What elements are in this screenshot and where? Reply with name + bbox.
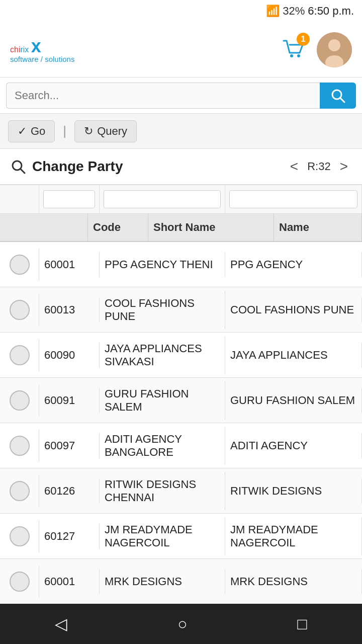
- header-right: 1: [281, 32, 352, 67]
- th-shortname: Short Name: [148, 214, 274, 241]
- filter-row: [0, 185, 362, 214]
- change-party-header: Change Party < R:32 >: [0, 149, 362, 185]
- td-shortname-2: JAYA APPLIANCES SIVAKASI: [100, 336, 225, 374]
- refresh-icon: ↻: [84, 125, 93, 138]
- table-row[interactable]: 60091 GURU FASHION SALEM GURU FASHION SA…: [0, 378, 362, 423]
- td-radio-5[interactable]: [0, 475, 39, 507]
- logo-chi: chi: [10, 45, 20, 54]
- td-shortname-6: JM READYMADE NAGERCOIL: [100, 517, 225, 555]
- radio-circle-0: [10, 255, 30, 275]
- change-party-title: Change Party: [32, 158, 123, 175]
- svg-line-6: [340, 98, 344, 102]
- search-icon: [330, 88, 346, 104]
- logo-rix: rix: [20, 45, 29, 54]
- table-row[interactable]: 60001 PPG AGENCY THENI PPG AGENCY: [0, 242, 362, 287]
- td-shortname-0: PPG AGENCY THENI: [100, 252, 225, 277]
- radio-circle-4: [10, 436, 30, 456]
- filter-name-input[interactable]: [229, 190, 357, 208]
- filter-shortname-cell: [100, 185, 225, 213]
- cart-container[interactable]: 1: [281, 36, 307, 64]
- logo-subtitle: software / solutions: [10, 55, 74, 63]
- status-bar: 📶 32% 6:50 p.m.: [0, 0, 362, 22]
- table-row[interactable]: 60126 RITWIK DESIGNS CHENNAI RITWIK DESI…: [0, 468, 362, 514]
- toolbar-divider: |: [63, 123, 66, 139]
- th-code: Code: [88, 214, 148, 241]
- radio-circle-1: [10, 300, 30, 320]
- battery-text: 32%: [283, 5, 305, 18]
- filter-name-cell: [225, 185, 362, 213]
- td-code-4: 60097: [39, 433, 100, 458]
- td-name-0: PPG AGENCY: [225, 252, 362, 277]
- avatar[interactable]: [317, 32, 352, 67]
- filter-radio-cell: [0, 185, 39, 213]
- recents-button[interactable]: □: [282, 610, 322, 638]
- change-party-title-area: Change Party: [10, 158, 123, 175]
- td-code-3: 60091: [39, 388, 100, 413]
- td-shortname-5: RITWIK DESIGNS CHENNAI: [100, 472, 225, 510]
- td-name-5: RITWIK DESIGNS: [225, 478, 362, 504]
- table-row[interactable]: 60127 JM READYMADE NAGERCOIL JM READYMAD…: [0, 514, 362, 559]
- td-radio-3[interactable]: [0, 384, 39, 417]
- td-name-4: ADITI AGENCY: [225, 433, 362, 458]
- svg-point-1: [297, 54, 300, 57]
- td-radio-7[interactable]: [0, 566, 39, 598]
- back-button[interactable]: ◁: [40, 609, 82, 638]
- query-button[interactable]: ↻ Query: [74, 120, 137, 142]
- td-code-7: 60001: [39, 569, 100, 594]
- table-header: Code Short Name Name: [0, 214, 362, 242]
- table-row[interactable]: 60001 MRK DESIGNS MRK DESIGNS: [0, 559, 362, 604]
- home-button[interactable]: ○: [162, 610, 202, 638]
- filter-shortname-input[interactable]: [104, 190, 221, 208]
- td-radio-6[interactable]: [0, 520, 39, 552]
- filter-code-cell: [39, 185, 100, 213]
- td-name-1: COOL FASHIONS PUNE: [225, 297, 362, 323]
- status-time: 6:50 p.m.: [308, 5, 354, 18]
- header: chirix x software / solutions 1: [0, 22, 362, 77]
- prev-arrow[interactable]: <: [286, 156, 302, 177]
- wifi-icon: 📶: [266, 5, 280, 18]
- td-shortname-7: MRK DESIGNS: [100, 569, 225, 594]
- radio-circle-3: [10, 390, 30, 411]
- toolbar: ✓ Go | ↻ Query: [0, 114, 362, 149]
- td-radio-0[interactable]: [0, 249, 39, 281]
- search-icon-panel: [10, 158, 26, 175]
- td-radio-1[interactable]: [0, 294, 39, 326]
- td-name-6: JM READYMADE NAGERCOIL: [225, 517, 362, 555]
- search-button[interactable]: [320, 83, 356, 109]
- nav-bar: ◁ ○ □: [0, 604, 362, 644]
- svg-line-8: [21, 169, 25, 173]
- td-code-5: 60126: [39, 478, 100, 504]
- th-name: Name: [274, 214, 362, 241]
- go-button[interactable]: ✓ Go: [8, 120, 55, 142]
- td-name-2: JAYA APPLIANCES: [225, 343, 362, 368]
- cart-badge: 1: [297, 33, 310, 46]
- filter-code-input[interactable]: [43, 190, 95, 208]
- td-shortname-1: COOL FASHIONS PUNE: [100, 291, 225, 329]
- checkmark-icon: ✓: [18, 125, 27, 138]
- logo: chirix x: [10, 36, 74, 57]
- radio-circle-5: [10, 481, 30, 501]
- avatar-image: [317, 32, 352, 67]
- go-label: Go: [31, 125, 45, 138]
- radio-circle-2: [10, 345, 30, 365]
- search-input[interactable]: [6, 83, 320, 109]
- td-shortname-3: GURU FASHION SALEM: [100, 381, 225, 420]
- table-row[interactable]: 60013 COOL FASHIONS PUNE COOL FASHIONS P…: [0, 287, 362, 333]
- td-shortname-4: ADITI AGENCY BANGALORE: [100, 427, 225, 465]
- td-radio-2[interactable]: [0, 339, 39, 371]
- td-radio-4[interactable]: [0, 430, 39, 462]
- svg-point-3: [328, 39, 340, 51]
- svg-point-0: [290, 54, 293, 57]
- table-row[interactable]: 60090 JAYA APPLIANCES SIVAKASI JAYA APPL…: [0, 333, 362, 378]
- td-code-6: 60127: [39, 524, 100, 549]
- table-body: 60001 PPG AGENCY THENI PPG AGENCY 60013 …: [0, 242, 362, 604]
- search-bar: [0, 77, 362, 114]
- logo-area: chirix x software / solutions: [10, 36, 74, 63]
- td-code-2: 60090: [39, 343, 100, 368]
- table-row[interactable]: 60097 ADITI AGENCY BANGALORE ADITI AGENC…: [0, 423, 362, 468]
- td-code-0: 60001: [39, 252, 100, 277]
- radio-circle-7: [10, 572, 30, 592]
- td-name-3: GURU FASHION SALEM: [225, 388, 362, 413]
- next-arrow[interactable]: >: [336, 156, 352, 177]
- status-bar-right: 📶 32% 6:50 p.m.: [266, 5, 354, 18]
